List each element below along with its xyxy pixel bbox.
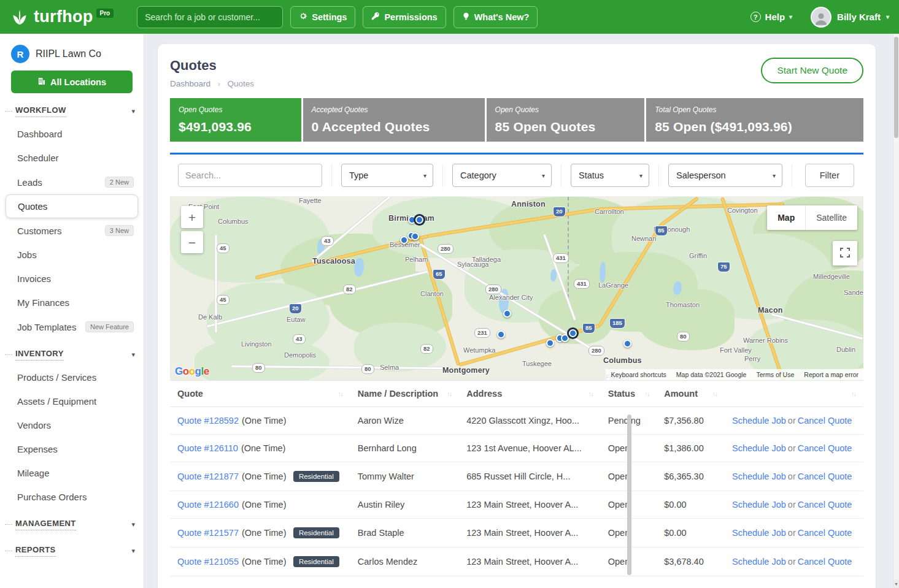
cancel-quote-link[interactable]: Cancel Quote [798, 500, 852, 510]
map-city-label: Pelham [405, 256, 428, 263]
type-select[interactable]: Type▾ [341, 164, 433, 187]
sidebar-item-mileage[interactable]: Mileage [0, 461, 144, 485]
quote-map-marker[interactable] [415, 216, 423, 224]
company-switcher[interactable]: R RIIPL Lawn Co [0, 44, 144, 71]
company-avatar: R [11, 45, 29, 63]
column-header-amount[interactable]: Amount↑↓ [657, 381, 725, 407]
quote-map-marker[interactable] [503, 310, 511, 318]
schedule-job-link[interactable]: Schedule Job [732, 416, 786, 426]
column-header-address[interactable]: Address↑↓ [459, 381, 601, 407]
status-select[interactable]: Status▾ [571, 164, 649, 187]
all-locations-button[interactable]: All Locations [11, 71, 133, 93]
terms-of-use-link[interactable]: Terms of Use [756, 371, 794, 378]
quote-amount: $1,386.00 [657, 435, 725, 462]
scrollbar-down-arrow[interactable]: ▼ [893, 579, 899, 588]
sidebar-item-customers[interactable]: Customers3 New [0, 218, 144, 243]
schedule-job-link[interactable]: Schedule Job [732, 443, 786, 453]
breadcrumb-current: Quotes [228, 79, 255, 88]
quote-link[interactable]: Quote #121877 [177, 472, 239, 481]
breadcrumb-dashboard-link[interactable]: Dashboard [170, 79, 210, 88]
quote-link[interactable]: Quote #126110 [177, 443, 238, 453]
cancel-quote-link[interactable]: Cancel Quote [798, 443, 852, 453]
map-city-label: Warner Robins [743, 337, 788, 344]
zoom-out-button[interactable]: − [181, 231, 203, 253]
cancel-quote-link[interactable]: Cancel Quote [798, 528, 852, 538]
sidebar-item-assets-equipment[interactable]: Assets / Equipment [0, 389, 144, 413]
sidebar-item-scheduler[interactable]: Scheduler [0, 146, 144, 170]
sort-icon: ↑↓ [338, 391, 343, 397]
start-new-quote-button[interactable]: Start New Quote [761, 58, 863, 83]
quote-map-marker[interactable] [400, 236, 408, 244]
quotes-search-input[interactable] [178, 164, 322, 187]
report-map-error-link[interactable]: Report a map error [804, 371, 858, 378]
window-scrollbar[interactable]: ▼ [893, 34, 899, 588]
section-management[interactable]: MANAGEMENT ▾ [0, 509, 144, 535]
category-select[interactable]: Category▾ [452, 164, 552, 187]
google-logo[interactable]: Google [175, 365, 209, 378]
permissions-button[interactable]: Permissions [363, 6, 446, 28]
sidebar-item-expenses[interactable]: Expenses [0, 437, 144, 461]
section-reports[interactable]: REPORTS ▾ [0, 535, 144, 562]
quote-map-marker[interactable] [546, 339, 554, 347]
schedule-job-link[interactable]: Schedule Job [732, 528, 786, 538]
sidebar-item-label: Vendors [17, 420, 51, 430]
sidebar-item-my-finances[interactable]: My Finances [0, 291, 144, 315]
quote-link[interactable]: Quote #121660 [177, 500, 239, 510]
quote-address: 685 Russet Hill Circle, H... [459, 462, 601, 491]
avatar [811, 7, 831, 28]
settings-button[interactable]: Settings [290, 6, 355, 28]
fullscreen-button[interactable] [833, 241, 857, 265]
filter-button[interactable]: Filter [805, 164, 854, 187]
quote-map-marker[interactable] [497, 330, 505, 338]
sidebar-item-quotes[interactable]: Quotes [6, 194, 138, 218]
schedule-job-link[interactable]: Schedule Job [732, 500, 786, 510]
brand[interactable]: turfhop Pro [10, 7, 114, 27]
column-header-status[interactable]: Status↑↓ [601, 381, 657, 407]
map-city-label: Newnan [631, 235, 656, 242]
sidebar-item-job-templates[interactable]: Job TemplatesNew Feature [0, 315, 144, 339]
quote-link[interactable]: Quote #121055 [177, 557, 239, 567]
column-header-name[interactable]: Name / Description↑↓ [350, 381, 459, 407]
user-menu[interactable]: Billy Kraft ▾ [811, 7, 889, 28]
sidebar-item-invoices[interactable]: Invoices [0, 267, 144, 291]
chevron-down-icon: ▾ [886, 13, 889, 20]
quotes-table-wrap: Quote↑↓ Name / Description↑↓ Address↑↓ S… [170, 380, 863, 576]
sidebar-item-leads[interactable]: Leads2 New [0, 170, 144, 194]
table-scrollbar[interactable] [627, 414, 631, 575]
cancel-quote-link[interactable]: Cancel Quote [798, 416, 852, 426]
cancel-quote-link[interactable]: Cancel Quote [798, 472, 852, 481]
help-menu[interactable]: ? Help ▾ [750, 12, 793, 22]
satellite-view-button[interactable]: Satellite [805, 205, 857, 230]
sidebar-badge: 3 New [105, 225, 134, 236]
quote-map-marker[interactable] [623, 340, 631, 348]
salesperson-select[interactable]: Salesperson▾ [668, 164, 782, 187]
schedule-job-link[interactable]: Schedule Job [732, 557, 786, 567]
sidebar-item-products-services[interactable]: Products / Services [0, 365, 144, 389]
column-header-quote[interactable]: Quote↑↓ [170, 381, 350, 407]
sidebar-item-vendors[interactable]: Vendors [0, 413, 144, 437]
permissions-label: Permissions [384, 12, 437, 22]
schedule-job-link[interactable]: Schedule Job [732, 472, 786, 481]
map-canvas[interactable]: + − Map Satellite Google Keyboard shortc… [170, 196, 863, 380]
map-view-button[interactable]: Map [767, 205, 805, 230]
quote-link[interactable]: Quote #121577 [177, 528, 239, 538]
sidebar-item-dashboard[interactable]: Dashboard [0, 122, 144, 146]
quote-link[interactable]: Quote #128592 [177, 416, 239, 426]
quote-map-marker[interactable] [411, 232, 419, 240]
route-shield: 82 [420, 344, 433, 354]
quote-map-marker[interactable] [561, 334, 569, 342]
whats-new-button[interactable]: What's New? [453, 6, 538, 28]
stat-label: Open Quotes [495, 105, 636, 114]
cancel-quote-link[interactable]: Cancel Quote [798, 557, 852, 567]
section-workflow[interactable]: WORKFLOW ▾ [0, 96, 144, 122]
sidebar-item-purchase-orders[interactable]: Purchase Orders [0, 485, 144, 509]
keyboard-shortcuts-link[interactable]: Keyboard shortcuts [611, 371, 666, 378]
global-search-input[interactable] [137, 6, 283, 28]
quote-map-marker[interactable] [569, 329, 577, 337]
sidebar-item-jobs[interactable]: Jobs [0, 243, 144, 267]
zoom-in-button[interactable]: + [181, 206, 203, 228]
map-city-label: Alexander City [489, 294, 533, 301]
section-inventory[interactable]: INVENTORY ▾ [0, 339, 144, 365]
route-shield: 280 [588, 346, 604, 356]
scrollbar-thumb[interactable] [894, 37, 898, 138]
